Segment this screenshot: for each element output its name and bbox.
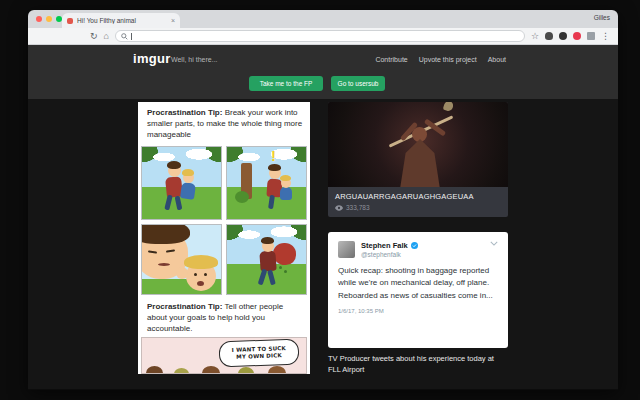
extension-icon-4[interactable] [587,32,595,40]
nav-item-about[interactable]: About [488,56,506,63]
search-icon [121,33,128,40]
profile-name[interactable]: Gilles [594,14,610,21]
tweet-avatar[interactable] [338,241,355,258]
browser-menu-icon[interactable]: ⋮ [601,32,610,41]
drip-shape [284,270,287,273]
browser-tab[interactable]: Hi! You Filthy animal × [62,13,180,28]
tab-title: Hi! You Filthy animal [77,17,167,24]
exclamation-mark: ! [271,147,276,164]
speech-bubble-line-2: MY OWN DICK [236,352,282,360]
leg-shape [258,269,268,286]
tweet-author-handle[interactable]: @stephenfalk [361,251,490,258]
tweet-author-name[interactable]: Stephen Falk [361,241,408,250]
man-hair-shape [261,237,274,244]
eye-icon [335,205,343,211]
tab-close-icon[interactable]: × [171,17,175,24]
comic-panel-3 [141,224,222,295]
page-tagline: Well, hi there... [171,56,218,63]
extension-icon-3[interactable] [573,32,581,40]
kid-eye-shape [204,273,207,276]
comic-post-card[interactable]: Procrastination Tip: Break your work int… [138,102,310,374]
gaffi-club-shape [443,102,455,112]
man-hair-shape [141,224,190,244]
view-count: 333,783 [346,204,370,211]
bookmark-star-icon[interactable]: ☆ [531,32,539,41]
tab-favicon-icon [67,18,73,24]
imgur-logo[interactable]: imgur [133,51,171,66]
tip-2-label: Procrastination Tip: [147,302,222,311]
tweet-card[interactable]: Stephen Falk @stephenfalk Quick recap: s… [328,232,508,348]
frontpage-button[interactable]: Take me to the FP [249,76,323,91]
extension-icon-1[interactable] [545,32,553,40]
figure-robe-shape [400,139,440,187]
tab-strip: Hi! You Filthy animal × Gilles [28,10,618,28]
man-hair-shape [167,161,181,169]
browser-window: Hi! You Filthy animal × Gilles ↻ ⌂ ☆ ⋮ i… [28,10,618,390]
tip-1-label: Procrastination Tip: [147,108,222,117]
comic-tip-1: Procrastination Tip: Break your work int… [147,107,304,141]
tusken-raider-image[interactable] [328,102,508,187]
tweet-timestamp[interactable]: 1/6/17, 10:35 PM [338,308,498,314]
media-post-card[interactable]: ARGUAUARRGAGARUAGHGAGEUAA 333,783 [328,102,508,217]
kid-hair-shape [184,255,218,269]
speech-bubble: I WANT TO SUCK MY OWN DICK [219,339,300,368]
kid-hair-shape [182,169,194,176]
extension-icon-2[interactable] [559,32,567,40]
leg-shape [164,195,172,211]
comic-tip-2: Procrastination Tip: Tell other people a… [147,301,304,335]
audience-head-shape [238,367,254,374]
desktop-background: Hi! You Filthy animal × Gilles ↻ ⌂ ☆ ⋮ i… [0,0,640,400]
drip-shape [279,266,282,269]
nav-item-contribute[interactable]: Contribute [375,56,407,63]
address-bar[interactable] [115,30,525,42]
kid-torso-shape [180,182,196,200]
gallery-content: Procrastination Tip: Break your work int… [28,99,618,389]
text-cursor [131,33,132,40]
audience-head-shape [174,368,189,374]
browser-toolbar: ↻ ⌂ ☆ ⋮ [28,28,618,45]
window-controls [36,16,62,22]
reload-icon[interactable]: ↻ [90,32,98,41]
audience-head-shape [146,366,163,374]
man-hair-shape [268,164,281,171]
bush-shape [235,191,249,203]
kid-torso-shape [280,187,292,200]
minimize-window-button[interactable] [46,16,52,22]
audience-head-shape [202,366,220,374]
tweet-header: Stephen Falk @stephenfalk [338,241,498,258]
media-post-title[interactable]: ARGUAUARRGAGARUAGHGAGEUAA [328,187,508,203]
leg-shape [267,270,276,286]
top-nav: Contribute Upvote this project About [375,56,506,63]
kid-hair-shape [280,175,291,181]
comic-panel-4 [226,224,307,295]
tweet-identity: Stephen Falk @stephenfalk [361,241,490,258]
choking-hand-shape [176,267,188,279]
audience-head-shape [268,366,286,374]
usersub-button[interactable]: Go to usersub [331,76,385,91]
comic-panel-grid: ! [141,146,307,295]
verified-badge-icon [411,242,418,249]
imgur-page: imgur Well, hi there... Contribute Upvot… [28,45,618,389]
close-window-button[interactable] [36,16,42,22]
chevron-down-icon[interactable] [490,241,498,246]
kid-mouth-shape [197,281,204,286]
red-sack-shape [273,243,296,265]
comic-panel-2: ! [226,146,307,220]
comic-panel-1 [141,146,222,220]
tweet-body: Quick recap: shooting in baggage reporte… [338,265,498,302]
home-icon[interactable]: ⌂ [104,32,109,41]
smirk-mouth-shape [158,263,170,266]
nav-item-upvote[interactable]: Upvote this project [419,56,477,63]
media-post-views: 333,783 [328,203,508,212]
leg-shape [268,195,275,210]
kid-eye-shape [194,273,197,276]
comic-panel-5-partial: I WANT TO SUCK MY OWN DICK [141,337,307,374]
tweet-post-caption[interactable]: TV Producer tweets about his experience … [328,353,508,376]
